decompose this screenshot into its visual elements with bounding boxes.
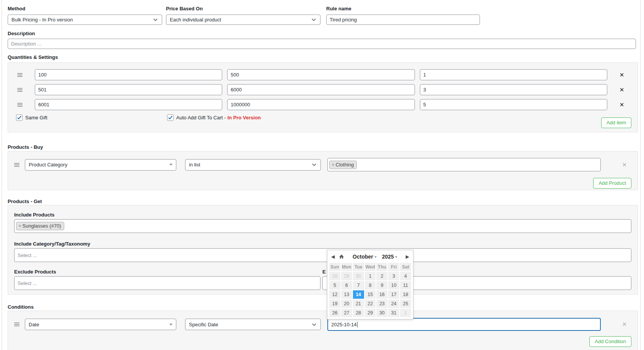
conditions-panel: Date Specific Date 2025-10-14 ✕ Add Cond… <box>8 311 638 350</box>
calendar-day-cell[interactable]: 26 <box>329 309 340 317</box>
calendar-day-cell[interactable]: 30 <box>353 272 364 280</box>
remove-tag-icon[interactable]: × <box>332 162 335 168</box>
drag-handle-icon[interactable] <box>17 73 23 77</box>
method-select[interactable]: Bulk Pricing - In Pro version <box>8 15 162 25</box>
calendar-day-cell[interactable]: 3 <box>388 272 399 280</box>
calendar-day-cell[interactable]: 25 <box>400 300 411 308</box>
rule-name-input[interactable] <box>326 15 480 25</box>
datepicker-header: ◀ October 2025 ▶ <box>329 252 411 261</box>
selected-tag-label: Clothing <box>336 162 354 168</box>
max-quantity-input[interactable] <box>227 84 415 95</box>
calendar-day-cell[interactable]: 18 <box>400 290 411 299</box>
min-quantity-input[interactable] <box>35 99 222 110</box>
quantity-value-input[interactable] <box>420 99 607 110</box>
condition-date-input[interactable]: 2025-10-14 <box>327 318 601 331</box>
calendar-day-cell[interactable]: 4 <box>400 272 411 280</box>
calendar-day-cell[interactable]: 20 <box>341 300 352 308</box>
calendar-day-cell[interactable]: 9 <box>376 281 387 290</box>
min-quantity-input[interactable] <box>35 69 222 80</box>
calendar-day-cell[interactable]: 5 <box>329 281 340 290</box>
calendar-day-cell[interactable]: 31 <box>388 309 399 317</box>
description-label: Description <box>8 30 636 37</box>
calendar-day-cell[interactable]: 6 <box>341 281 352 290</box>
calendar-day-cell[interactable]: 17 <box>388 290 399 299</box>
calendar-day-cell[interactable]: 2 <box>376 272 387 280</box>
dropdown-arrow-icon <box>169 164 172 166</box>
exclude-products-input[interactable] <box>14 276 320 290</box>
calendar-day-cell[interactable]: 15 <box>365 290 376 299</box>
same-gift-checkbox[interactable] <box>16 114 23 121</box>
include-products-input[interactable]: × Sunglasses (#70) <box>14 219 631 233</box>
month-year-title: October 2025 <box>344 254 406 260</box>
calendar-day-cell-selected[interactable]: 14 <box>353 290 364 299</box>
method-field: Method Bulk Pricing - In Pro version <box>8 5 162 25</box>
calendar-day-cell[interactable]: 29 <box>341 272 352 280</box>
chevron-down-icon <box>311 162 317 168</box>
products-get-panel: Include Products × Sunglasses (#70) Incl… <box>8 205 638 295</box>
remove-row-button[interactable]: ✕ <box>620 86 624 93</box>
include-taxonomy-input[interactable] <box>14 248 631 262</box>
add-item-button[interactable]: Add item <box>601 117 631 128</box>
calendar-day-cell[interactable]: 27 <box>341 309 352 317</box>
calendar-day-cell[interactable]: 21 <box>353 300 364 308</box>
calendar-day-header: Tue <box>353 263 364 271</box>
product-tags-input[interactable]: × Clothing <box>327 158 601 171</box>
calendar-day-cell[interactable]: 7 <box>353 281 364 290</box>
selected-tag-label: Sunglasses (#70) <box>23 223 61 229</box>
calendar-day-cell[interactable]: 11 <box>400 281 411 290</box>
condition-type-select[interactable]: Date <box>25 319 176 330</box>
products-buy-section-title: Products - Buy <box>8 144 43 150</box>
calendar-day-cell[interactable]: 10 <box>388 281 399 290</box>
product-operator-select[interactable]: in list <box>185 159 321 171</box>
min-quantity-input[interactable] <box>35 84 222 95</box>
dropdown-arrow-icon <box>395 256 397 258</box>
drag-handle-icon[interactable] <box>14 322 20 326</box>
drag-handle-icon[interactable] <box>17 103 23 107</box>
calendar-day-cell[interactable]: 29 <box>365 309 376 317</box>
product-field-value: Product Category <box>29 162 67 168</box>
add-product-button[interactable]: Add Product <box>593 178 631 189</box>
description-input[interactable] <box>8 39 636 49</box>
remove-condition-row-button[interactable]: ✕ <box>622 321 627 327</box>
calendar-day-cell[interactable]: 8 <box>365 281 376 290</box>
calendar-day-cell[interactable]: 1 <box>400 309 411 317</box>
remove-product-row-button[interactable]: ✕ <box>622 161 627 168</box>
selected-tag: × Sunglasses (#70) <box>16 222 64 230</box>
product-field-select[interactable]: Product Category <box>25 159 176 171</box>
remove-row-button[interactable]: ✕ <box>620 101 624 108</box>
remove-row-button[interactable]: ✕ <box>620 72 624 78</box>
calendar-day-cell[interactable]: 28 <box>329 272 340 280</box>
same-gift-option: Same Gift <box>16 114 47 121</box>
drag-handle-icon[interactable] <box>14 163 20 167</box>
remove-tag-icon[interactable]: × <box>18 223 21 229</box>
max-quantity-input[interactable] <box>227 99 415 110</box>
price-based-on-select[interactable]: Each individual product <box>166 15 320 25</box>
calendar-day-cell[interactable]: 12 <box>329 290 340 299</box>
calendar-day-cell[interactable]: 28 <box>353 309 364 317</box>
rule-editor-panel: Method Bulk Pricing - In Pro version Pri… <box>2 0 641 350</box>
max-quantity-input[interactable] <box>227 69 415 80</box>
calendar-day-cell[interactable]: 1 <box>365 272 376 280</box>
month-select[interactable]: October <box>353 254 377 260</box>
auto-add-gift-checkbox[interactable] <box>167 114 174 121</box>
calendar-day-cell[interactable]: 16 <box>376 290 387 299</box>
year-label: 2025 <box>382 254 394 260</box>
condition-operator-select[interactable]: Specific Date <box>185 319 321 330</box>
calendar-day-cell[interactable]: 19 <box>329 300 340 308</box>
drag-handle-icon[interactable] <box>17 88 23 92</box>
calendar-day-cell[interactable]: 22 <box>365 300 376 308</box>
year-select[interactable]: 2025 <box>382 254 397 260</box>
home-icon[interactable] <box>339 254 344 259</box>
prev-month-icon[interactable]: ◀ <box>331 254 335 259</box>
quantity-value-input[interactable] <box>420 69 607 80</box>
quantity-value-input[interactable] <box>420 84 607 95</box>
calendar-day-cell[interactable]: 23 <box>376 300 387 308</box>
condition-type-value: Date <box>29 322 39 327</box>
product-buy-row: Product Category in list × Clothing ✕ <box>14 158 631 171</box>
calendar-day-cell[interactable]: 30 <box>376 309 387 317</box>
add-condition-button[interactable]: Add Condition <box>589 336 631 347</box>
text-cursor <box>357 322 358 327</box>
calendar-day-cell[interactable]: 24 <box>388 300 399 308</box>
calendar-day-cell[interactable]: 13 <box>341 290 352 299</box>
next-month-icon[interactable]: ▶ <box>406 254 409 259</box>
